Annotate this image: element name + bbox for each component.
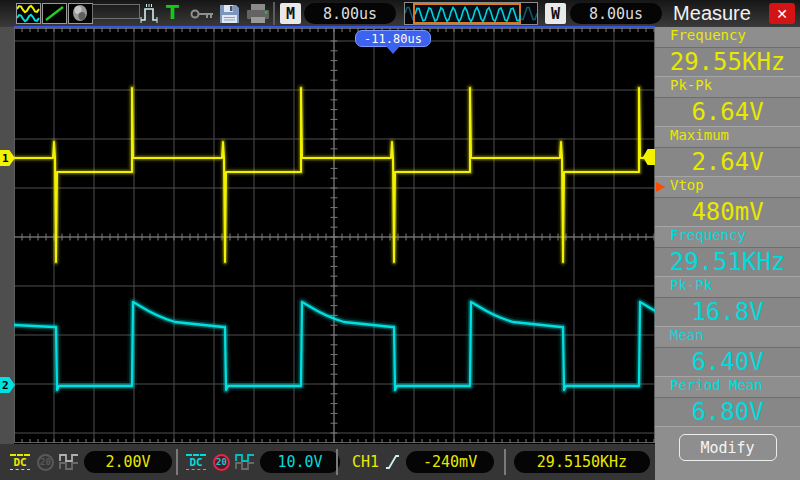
toolbar-separator <box>273 2 275 25</box>
waveform-traces <box>14 28 655 443</box>
ch1-bandwidth-icon: 20 <box>37 454 54 471</box>
ch2-scale-value[interactable]: 10.0V <box>260 451 340 473</box>
trigger-delay-badge[interactable]: -11.80us <box>355 30 431 47</box>
ch2-wave-type-icon <box>235 454 255 470</box>
top-toolbar: T M 8.00us <box>0 0 800 27</box>
measurement-value: 29.51KHz <box>655 247 800 277</box>
trigger-source: CH1 <box>352 453 379 471</box>
ch2-bandwidth-icon: 20 <box>213 454 230 471</box>
measurement-value: 6.80V <box>655 397 800 427</box>
measurement-label: Pk-Pk <box>655 77 800 97</box>
waveform-display: -11.80us <box>14 28 655 443</box>
measurement-label: Maximum <box>655 127 800 147</box>
modify-button[interactable]: Modify <box>679 434 777 461</box>
ch2-coupling-icon: DC <box>184 454 208 470</box>
statusbar-separator <box>176 449 178 475</box>
trigger-level-value[interactable]: -240mV <box>406 451 494 473</box>
zoom-window-selection[interactable] <box>413 3 521 24</box>
ch1-settings-group[interactable]: DC 20 2.00V <box>8 444 172 480</box>
oscilloscope-screen: T M 8.00us <box>0 0 800 480</box>
measurement-value: 6.40V <box>655 347 800 377</box>
line-draw-icon[interactable] <box>42 3 67 24</box>
window-timebase-label: W <box>545 3 566 24</box>
trigger-position-pointer[interactable] <box>386 46 400 54</box>
measurement-label-selected: Vtop <box>655 177 800 197</box>
measurement-label: Frequency <box>655 27 800 47</box>
trigger-t-indicator[interactable]: T <box>166 1 179 23</box>
measurement-value: 6.64V <box>655 97 800 127</box>
trigger-settings-group[interactable]: CH1 -240mV <box>352 444 494 480</box>
ch1-scale-value[interactable]: 2.00V <box>84 451 172 473</box>
dual-sine-icon <box>17 4 40 23</box>
measurement-label: Period Mean <box>655 377 800 397</box>
pulse-cursor-icon[interactable] <box>140 3 160 24</box>
print-icon[interactable] <box>246 3 270 24</box>
panel-title: Measure <box>658 2 766 25</box>
close-icon[interactable]: ✕ <box>769 3 795 24</box>
channel-waves-icon[interactable] <box>16 3 41 24</box>
trigger-frequency-value: 29.5150KHz <box>514 451 650 473</box>
measurement-value: 480mV <box>655 197 800 227</box>
selected-marker-icon <box>656 182 665 192</box>
ch1-wave-type-icon <box>59 454 79 470</box>
ch1-coupling-icon: DC <box>8 454 32 470</box>
empty-slot <box>92 4 140 19</box>
measure-panel: Frequency 29.55KHz Pk-Pk 6.64V Maximum 2… <box>655 27 800 480</box>
statusbar-separator <box>504 449 506 475</box>
save-floppy-icon[interactable] <box>218 3 240 24</box>
measurement-value: 16.8V <box>655 297 800 327</box>
statusbar-separator <box>336 449 338 475</box>
measurement-value: 2.64V <box>655 147 800 177</box>
trigger-slope-icon <box>385 453 400 471</box>
measurement-label: Mean <box>655 327 800 347</box>
ch2-settings-group[interactable]: DC 20 10.0V <box>184 444 340 480</box>
measurement-label: Frequency <box>655 227 800 247</box>
horizontal-zoom-widget[interactable] <box>404 2 538 25</box>
trigger-frequency-group: 29.5150KHz <box>514 444 650 480</box>
measurement-label: Pk-Pk <box>655 277 800 297</box>
main-timebase-label: M <box>280 3 301 24</box>
main-timebase-value[interactable]: 8.00us <box>304 3 396 24</box>
snapshot-icon[interactable] <box>68 3 93 24</box>
measurement-value: 29.55KHz <box>655 47 800 77</box>
key-lock-icon[interactable] <box>190 8 214 20</box>
status-bar: DC 20 2.00V DC 20 10.0V <box>0 444 655 480</box>
window-timebase-value[interactable]: 8.00us <box>570 3 662 24</box>
